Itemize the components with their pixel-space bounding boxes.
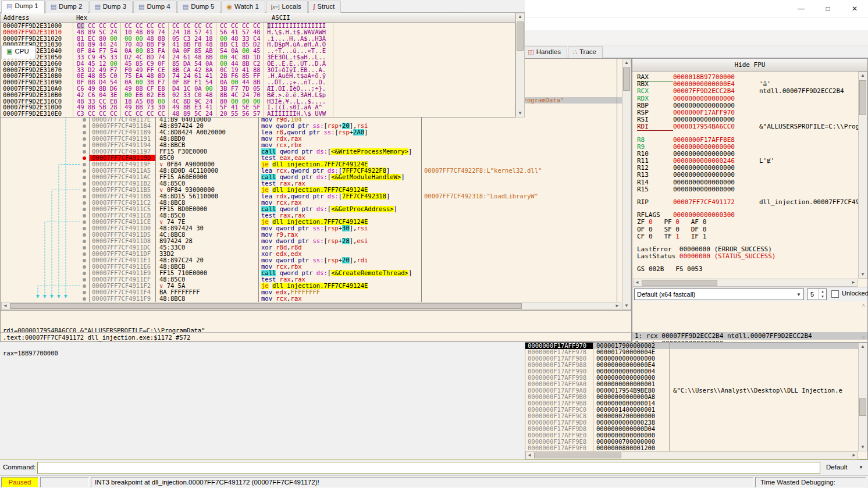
registers-hscrollbar[interactable]: ◄ ► (633, 279, 858, 287)
argument-row[interactable]: 1: rcx 00007FF9D2ECC2B4 ntdll.00007FF9D2… (632, 332, 867, 340)
flag-value[interactable]: 1 (703, 233, 718, 240)
disassembly-vscrollbar[interactable]: ▲ ▼ (622, 59, 631, 310)
flag-value[interactable]: 0053 (687, 266, 714, 273)
register-value[interactable]: 0000000000000000 (673, 172, 759, 179)
disasm-row[interactable]: 00007FF7CF4911D54C:8BC8mov r9,rax (1, 231, 622, 238)
dump-row[interactable]: 00007FF9D2E3101048 89 5C 2410 48 89 7424… (1, 29, 515, 35)
instruction-dot[interactable] (83, 163, 86, 166)
disasm-row[interactable]: 00007FF7CF4911894C:8D8424 A0020000lea r8… (1, 129, 622, 136)
disasm-row[interactable]: 00007FF7CF4911EF48:85C0test rax,rax (1, 276, 622, 283)
flag-value[interactable]: 0 (703, 226, 718, 233)
disasm-row[interactable]: 00007FF7CF4911DC45:33C0xor r8d,r8d (1, 244, 622, 251)
dump-row[interactable]: 00007FF9D2E310A0C6 49 8B D649 8B CF E8D4… (1, 86, 515, 92)
dump-row[interactable]: 00007FF9D2E310800E 48 85 C075 EA 48 8D74… (1, 73, 515, 79)
register-value[interactable]: 00007FF7CF491172 (673, 199, 759, 206)
register-value[interactable]: 0000000000000000 (673, 179, 759, 186)
argument-count-stepper[interactable]: 5 ▲▼ (807, 288, 827, 300)
disasm-row[interactable]: 00007FF7CF49119448:8BCBmov rcx,rbx (1, 142, 622, 148)
instruction-dot[interactable] (83, 150, 86, 154)
tab-dump-2[interactable]: ▤Dump 2 (45, 1, 89, 13)
flag-value[interactable]: 0 (675, 226, 691, 233)
tab-locals[interactable]: [x=]Locals (266, 1, 308, 13)
flag-value[interactable]: 0 (675, 219, 691, 226)
instruction-dot[interactable] (83, 227, 86, 230)
disasm-row[interactable]: 00007FF7CF4911ACFF15 A60E0000call qword … (1, 174, 622, 180)
disasm-row[interactable]: 00007FF7CF49118448:897424 20mov qword pt… (1, 123, 622, 129)
dump-row[interactable]: 00007FF9D2E310C048 33 CC E818 A5 08 004C… (1, 98, 515, 105)
disasm-row[interactable]: 00007FF7CF4911B5∨ 0F84 93000000je dll_in… (1, 187, 622, 193)
flag-value[interactable]: 0 (649, 233, 664, 240)
dump-row[interactable]: 00007FF9D2E310D049 8B 5B 2849 8B 73 3049… (1, 104, 515, 111)
flag-value[interactable]: 0 (649, 226, 664, 233)
calling-convention-select[interactable]: Default (x64 fastcall) ▼ (634, 288, 804, 300)
minimize-button[interactable]: — (788, 0, 814, 17)
tab-handles[interactable]: ◫Handles (522, 46, 567, 59)
instruction-dot[interactable] (83, 291, 86, 294)
maximize-button[interactable]: □ (814, 0, 841, 17)
disasm-row[interactable]: 00007FF7CF4911E9FF15 710E0000call qword … (1, 270, 622, 276)
command-profile-select[interactable]: Default ▼ (823, 462, 866, 474)
dump-row[interactable]: 00007FF9D2E3103048 89 44 2470 4D 8B F941… (1, 41, 515, 48)
instruction-dot[interactable] (83, 188, 86, 192)
disasm-row[interactable]: 00007FF7CF4911E148:897C24 20mov qword pt… (1, 257, 622, 263)
instruction-dot[interactable] (83, 259, 86, 262)
disasm-row[interactable]: 00007FF7CF4911F948:8BC8mov rcx,rax (1, 295, 622, 302)
dump-row[interactable]: 00007FF9D2E310B042 C6 04 3E00 EB 02 EB02… (1, 92, 515, 98)
dump-row[interactable]: 00007FF9D2E3105033 C9 45 33D2 4C 8D 7424… (1, 54, 515, 60)
disasm-row[interactable]: 00007FF7CF4911D048:897424 30mov qword pt… (1, 225, 622, 231)
chevron-up-icon[interactable]: ˄ (862, 302, 865, 309)
dump-row[interactable]: 00007FF9D2E3107033 D2 49 F7F0 49 FF CE8B… (1, 67, 515, 73)
instruction-dot[interactable] (83, 195, 86, 198)
disasm-row[interactable]: 00007FF7CF49119F∨ 0F84 A9000000je dll_in… (1, 161, 622, 168)
instruction-dot[interactable] (83, 252, 86, 256)
instruction-dot[interactable] (83, 220, 86, 224)
flag-value[interactable]: 002B (649, 266, 675, 273)
unlocked-checkbox[interactable] (831, 290, 839, 298)
stack-row[interactable]: 0000000F17AFF9F00000000800001200 (525, 445, 858, 451)
disasm-row[interactable]: 00007FF7CF4911C5FF15 BD0E0000call qword … (1, 206, 622, 212)
dump-row[interactable]: 00007FF9D2E3102081 EC 80 0000 00 48 8B05… (1, 35, 515, 42)
instruction-dot[interactable] (83, 144, 86, 147)
instruction-dot[interactable] (83, 214, 86, 218)
instruction-dot[interactable] (83, 233, 86, 237)
dump-row[interactable]: 00007FF9D2E310E0C3 CC CC CCCC CC CC CC48… (1, 111, 515, 117)
instruction-dot[interactable] (83, 208, 86, 211)
flag-value[interactable]: 0 (649, 219, 664, 226)
instruction-dot[interactable] (83, 176, 86, 179)
disasm-row[interactable]: 00007FF7CF4911DF33D2xor edx,edx (1, 251, 622, 257)
instruction-dot[interactable] (83, 169, 86, 173)
instruction-dot[interactable] (83, 265, 86, 269)
tab-dump-5[interactable]: ▤Dump 5 (177, 1, 221, 13)
register-value[interactable]: 0000017954BA6CC0 (673, 123, 759, 130)
tab-struct[interactable]: ʃStruct (308, 1, 341, 13)
chevron-down-icon[interactable]: ˅ (862, 334, 865, 341)
disasm-row[interactable]: 00007FF7CF49119D85C0test eax,eax (1, 155, 622, 161)
instruction-dot[interactable] (83, 137, 86, 141)
stepper-arrows-icon[interactable]: ▲▼ (819, 289, 826, 300)
dump-row[interactable]: 00007FF9D2E310400F 84 F7 540A 00 83 FA0A… (1, 48, 515, 54)
disasm-row[interactable]: 00007FF7CF4911CB48:85C0test rax,rax (1, 212, 622, 219)
dump-vscrollbar[interactable]: ▲ ▼ (515, 13, 525, 117)
disasm-row[interactable]: 00007FF7CF4911C248:8BC8mov rcx,rax (1, 200, 622, 206)
instruction-dot[interactable] (83, 272, 86, 275)
dump-row[interactable]: 00007FF9D2E31060D4 45 12 0045 85 C9 0F85… (1, 60, 515, 67)
stack-hscrollbar[interactable]: ◄ ► (525, 451, 858, 459)
disasm-row[interactable]: 00007FF7CF4911CE∨ 74 7Eje dll_injection.… (1, 219, 622, 225)
instruction-dot[interactable] (83, 284, 86, 288)
tab-dump-3[interactable]: ▤Dump 3 (89, 1, 133, 13)
stack-vscrollbar[interactable]: ▲ ▼ (858, 343, 867, 451)
disasm-row[interactable]: 00007FF7CF49119148:8BD0mov rdx,rax (1, 136, 622, 142)
flag-value[interactable]: 1 (675, 233, 691, 240)
dump-row[interactable]: 00007FF9D2E310900F 88 D4 540A 00 3B F70F… (1, 79, 515, 86)
command-input[interactable] (37, 462, 820, 474)
instruction-dot[interactable] (83, 297, 86, 301)
hide-fpu-button[interactable]: Hide FPU (632, 59, 867, 72)
tab-watch-1[interactable]: ◉Watch 1 (221, 1, 265, 13)
instruction-dot[interactable] (83, 118, 86, 122)
register-value[interactable]: 0000000000000000 (673, 186, 759, 193)
flag-value[interactable]: 0 (703, 219, 718, 226)
instruction-dot[interactable] (83, 182, 86, 186)
instruction-dot[interactable] (83, 131, 86, 134)
register-value[interactable]: 00007FF9D2ECC2B4 (673, 88, 759, 95)
disasm-row[interactable]: 00007FF7CF4911A548:8D0D 4C110000lea rcx,… (1, 168, 622, 174)
